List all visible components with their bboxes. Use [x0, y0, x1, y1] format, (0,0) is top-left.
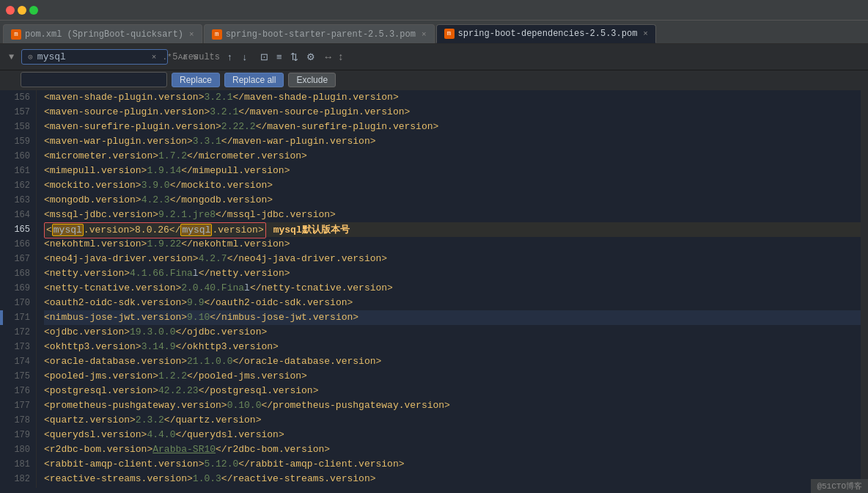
search-match: mysql [180, 224, 212, 236]
replace-input[interactable] [26, 74, 158, 85]
title-bar [0, 0, 868, 21]
line-number: 161 [7, 164, 30, 178]
table-row: <micrometer.version>1.7.2</micrometer.ve… [44, 149, 861, 164]
tab-dependencies[interactable]: m spring-boot-dependencies-2.5.3.pom × [436, 24, 656, 43]
maximize-button[interactable] [29, 6, 38, 15]
table-row: <r2dbc-bom.version>Arabba-SR10</r2dbc-bo… [44, 442, 861, 457]
code-content[interactable]: <maven-shade-plugin.version>3.2.1</maven… [37, 90, 861, 488]
line-number: 164 [7, 208, 30, 222]
search-match: mysql [52, 224, 84, 236]
table-row: <mockito.version>3.9.0</mockito.version> [44, 178, 861, 193]
line-number: 162 [7, 178, 30, 193]
minimize-button[interactable] [18, 6, 26, 15]
table-row: <rabbit-amqp-client.version>5.12.0</rabb… [44, 457, 861, 472]
prev-result-button[interactable]: ↑ [224, 50, 235, 64]
replace-input-wrap [21, 72, 167, 87]
line-number: 163 [7, 193, 30, 208]
table-row: <querydsl.version>4.4.0</querydsl.versio… [44, 428, 861, 442]
editor-area: 1561571581591601611621631641651661671681… [0, 90, 868, 488]
table-row: <quartz.version>2.3.2</quartz.version> [44, 413, 861, 428]
line-number: 167 [7, 252, 30, 266]
line-number: 156 [7, 90, 30, 105]
line-number: 175 [7, 369, 30, 384]
window-controls [6, 6, 38, 15]
line-number: 168 [7, 266, 30, 281]
table-row: <ojdbc.version>19.3.0.0</ojdbc.version> [44, 325, 861, 340]
highlighted-code-box: <mysql.version>8.0.26</mysql.version> [44, 222, 266, 238]
table-row: <okhttp3.version>3.14.9</okhttp3.version… [44, 340, 861, 354]
table-row: <pooled-jms.version>1.2.2</pooled-jms.ve… [44, 369, 861, 384]
line-number: 174 [7, 354, 30, 369]
table-row: <reactive-streams.version>1.0.3</reactiv… [44, 472, 861, 486]
search-results-count: 5 results [172, 52, 220, 62]
scrollbar[interactable] [861, 90, 868, 488]
next-result-button[interactable]: ↓ [240, 50, 251, 64]
table-row: <postgresql.version>42.2.23</postgresql.… [44, 384, 861, 398]
line-number: 183 [7, 486, 30, 488]
replace-button[interactable]: Replace [172, 73, 220, 87]
open-in-find-tool-button[interactable]: ⊡ [257, 50, 271, 64]
replace-all-button[interactable]: Replace all [224, 73, 284, 87]
close-button[interactable] [6, 6, 15, 15]
line-number: 160 [7, 149, 30, 164]
line-number: 166 [7, 237, 30, 252]
filter-results-button[interactable]: ≡ [273, 50, 285, 64]
line-number: 178 [7, 413, 30, 428]
replace-row: Replace Replace all Exclude [0, 70, 868, 90]
exclude-button[interactable]: Exclude [288, 73, 336, 87]
table-row: <nekohtml.version>1.9.22</nekohtml.versi… [44, 237, 861, 252]
xml-icon: m [444, 29, 455, 39]
line-number: 179 [7, 428, 30, 442]
current-line-indicator [0, 310, 3, 325]
line-number: 159 [7, 134, 30, 149]
table-row: <prometheus-pushgateway.version>0.10.0</… [44, 398, 861, 413]
line-number: 181 [7, 457, 30, 472]
search-bar: ▼ ⊙ × .* Aa W 5 results ↑ ↓ ⊡ ≡ ⇅ ⚙ ↔ ↕ [0, 44, 868, 70]
tab-close-btn[interactable]: × [643, 29, 648, 38]
table-row: <oracle-database.version>21.1.0.0</oracl… [44, 354, 861, 369]
table-row: <mysql.version>8.0.26</mysql.version>mys… [44, 222, 861, 237]
xml-icon: m [11, 29, 21, 40]
line-number: 171 [7, 310, 30, 325]
tab-label: spring-boot-starter-parent-2.5.3.pom [226, 29, 416, 40]
line-number: 182 [7, 472, 30, 486]
line-number: 157 [7, 105, 30, 120]
search-extra-buttons: ⊡ ≡ ⇅ ⚙ [257, 50, 318, 64]
table-row: <maven-surefire-plugin.version>2.22.2</m… [44, 120, 861, 134]
table-row: <mimepull.version>1.9.14</mimepull.versi… [44, 164, 861, 178]
search-input[interactable] [37, 51, 147, 62]
search-icon: ⊙ [26, 52, 34, 62]
line-number: 158 [7, 120, 30, 134]
table-row: <neo4j-java-driver.version>4.2.7</neo4j-… [44, 252, 861, 266]
line-number: 180 [7, 442, 30, 457]
table-row: <netty.version>4.1.66.Final</netty.versi… [44, 266, 861, 281]
tab-close-btn[interactable]: × [189, 30, 194, 39]
xml-icon: m [212, 29, 222, 40]
table-row: <nimbus-jose-jwt.version>9.10</nimbus-jo… [44, 310, 861, 325]
tab-label: spring-boot-dependencies-2.5.3.pom [458, 29, 638, 39]
watermark: @51CTO博客 [811, 479, 868, 493]
regex-icon[interactable]: .* [161, 53, 173, 62]
search-input-wrap: ⊙ × .* Aa W [21, 49, 168, 65]
line-number: 170 [7, 296, 30, 310]
tab-close-btn[interactable]: × [422, 30, 427, 39]
line-number: 177 [7, 398, 30, 413]
table-row: <reactor.bom.version>2020.0... [44, 486, 861, 488]
table-row: <maven-source-plugin.version>3.2.1</mave… [44, 105, 861, 120]
tab-starter-parent[interactable]: m spring-boot-starter-parent-2.5.3.pom × [204, 24, 435, 43]
table-row: <netty-tcnative.version>2.0.40.Final</ne… [44, 281, 861, 296]
tab-pom-xml[interactable]: m pom.xml (SpringBoot-quicksart) × [3, 24, 202, 43]
settings-icon-button[interactable]: ⚙ [304, 50, 318, 64]
line-numbers: 1561571581591601611621631641651661671681… [4, 90, 37, 488]
line-number: 172 [7, 325, 30, 340]
tab-label: pom.xml (SpringBoot-quicksart) [25, 29, 183, 40]
expand-replace-icon[interactable]: ▼ [6, 51, 17, 64]
toggle-case-button[interactable]: ⇅ [287, 50, 301, 64]
line-number: 169 [7, 281, 30, 296]
table-row: <mssql-jdbc.version>9.2.1.jre8</mssql-jd… [44, 208, 861, 222]
table-row: <maven-war-plugin.version>3.3.1</maven-w… [44, 134, 861, 149]
table-row: <mongodb.version>4.2.3</mongodb.version> [44, 193, 861, 208]
annotation-text: mysql默认版本号 [273, 224, 350, 235]
clear-search-icon[interactable]: × [150, 53, 158, 62]
line-number: 173 [7, 340, 30, 354]
